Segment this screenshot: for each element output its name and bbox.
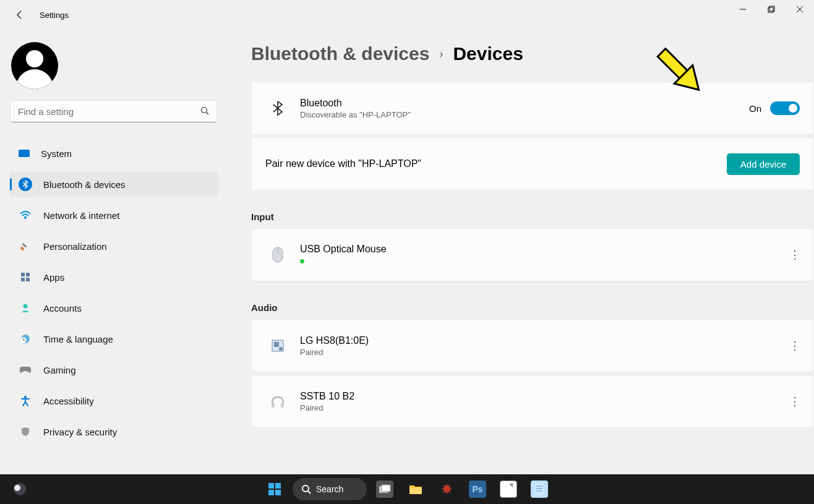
- close-button[interactable]: [786, 0, 814, 19]
- svg-rect-9: [22, 243, 27, 248]
- bluetooth-card: Bluetooth Discoverable as "HP-LAPTOP" On: [251, 82, 814, 135]
- personalization-icon: [19, 239, 32, 253]
- nav-apps[interactable]: Apps: [10, 265, 219, 289]
- bluetooth-icon: [265, 100, 290, 116]
- bluetooth-subtitle: Discoverable as "HP-LAPTOP": [300, 110, 749, 119]
- system-icon: [19, 150, 30, 157]
- app-title: Settings: [40, 11, 69, 20]
- device-status: Paired: [300, 403, 789, 412]
- gaming-icon: [19, 363, 32, 377]
- maximize-button[interactable]: [757, 0, 786, 19]
- search-icon: [200, 106, 209, 117]
- svg-line-6: [207, 112, 209, 114]
- minimize-button[interactable]: [729, 0, 757, 19]
- svg-rect-8: [20, 246, 24, 250]
- taskbar-libreoffice[interactable]: [495, 478, 521, 500]
- svg-rect-26: [281, 403, 284, 408]
- chevron-right-icon: ›: [439, 48, 443, 61]
- nav-system[interactable]: System: [10, 141, 219, 166]
- svg-rect-38: [382, 485, 390, 492]
- taskbar-explorer[interactable]: [403, 478, 429, 500]
- audio-section-label: Audio: [251, 302, 814, 313]
- search-input[interactable]: [18, 106, 200, 117]
- svg-point-24: [279, 347, 283, 351]
- nav-gaming[interactable]: Gaming: [10, 357, 219, 382]
- sidebar: System Bluetooth & devices Network & int…: [0, 30, 229, 474]
- device-name: USB Optical Mouse: [300, 244, 789, 255]
- taskbar-notepad[interactable]: [526, 478, 552, 500]
- nav-label: Bluetooth & devices: [43, 179, 126, 190]
- add-device-button[interactable]: Add device: [727, 153, 800, 175]
- headphones-icon: [265, 393, 290, 409]
- svg-rect-12: [21, 278, 25, 281]
- audio-device-icon: [265, 338, 290, 353]
- nav-label: Accounts: [43, 303, 82, 314]
- nav-personalization[interactable]: Personalization: [10, 234, 219, 258]
- svg-point-5: [202, 107, 207, 113]
- bluetooth-icon: [19, 177, 32, 191]
- pair-text: Pair new device with "HP-LAPTOP": [265, 158, 727, 169]
- user-avatar[interactable]: [11, 42, 58, 89]
- nav-label: Personalization: [43, 241, 107, 252]
- nav-label: System: [41, 148, 72, 159]
- taskbar-taskview[interactable]: [372, 478, 398, 500]
- device-row-lg[interactable]: LG HS8(B1:0E) Paired ⋮: [251, 319, 814, 372]
- device-row-sstb[interactable]: SSTB 10 B2 Paired ⋮: [251, 375, 814, 428]
- svg-rect-33: [268, 490, 274, 495]
- breadcrumb: Bluetooth & devices › Devices: [251, 43, 814, 64]
- svg-rect-2: [769, 6, 774, 11]
- svg-rect-39: [409, 488, 422, 494]
- nav-label: Apps: [43, 272, 64, 283]
- back-button[interactable]: [11, 6, 28, 23]
- taskbar-search[interactable]: Search: [293, 478, 367, 500]
- nav-accessibility[interactable]: Accessibility: [10, 388, 219, 413]
- network-icon: [19, 208, 32, 222]
- device-name: LG HS8(B1:0E): [300, 335, 789, 346]
- svg-rect-34: [275, 490, 281, 495]
- svg-point-30: [14, 485, 20, 491]
- accessibility-icon: [19, 394, 32, 408]
- nav-label: Time & language: [43, 334, 113, 344]
- svg-rect-31: [268, 483, 274, 489]
- search-box[interactable]: [10, 100, 217, 122]
- accounts-icon: [19, 301, 32, 315]
- title-bar: Settings: [0, 0, 814, 30]
- bluetooth-toggle[interactable]: [770, 101, 800, 115]
- window-controls: [729, 0, 814, 19]
- svg-rect-1: [768, 7, 773, 12]
- device-status: Paired: [300, 348, 789, 357]
- device-row-mouse[interactable]: USB Optical Mouse ⋮: [251, 228, 814, 281]
- start-button[interactable]: [262, 478, 288, 500]
- input-section-label: Input: [251, 211, 814, 222]
- nav-label: Accessibility: [43, 396, 94, 406]
- annotation-arrow-icon: [648, 45, 729, 109]
- search-icon: [301, 484, 311, 494]
- more-options-button[interactable]: ⋮: [789, 395, 800, 408]
- svg-rect-10: [21, 273, 25, 276]
- nav-label: Network & internet: [43, 210, 119, 221]
- nav-network[interactable]: Network & internet: [10, 203, 219, 228]
- mouse-icon: [265, 246, 290, 264]
- nav-time[interactable]: Time & language: [10, 327, 219, 351]
- svg-rect-11: [26, 273, 30, 276]
- more-options-button[interactable]: ⋮: [789, 339, 800, 352]
- device-name: SSTB 10 B2: [300, 391, 789, 402]
- taskbar-photoshop[interactable]: Ps: [465, 478, 491, 500]
- breadcrumb-parent[interactable]: Bluetooth & devices: [251, 43, 429, 64]
- svg-point-7: [25, 218, 27, 220]
- svg-rect-32: [275, 483, 281, 489]
- more-options-button[interactable]: ⋮: [789, 248, 800, 262]
- privacy-icon: [19, 425, 32, 438]
- svg-rect-13: [26, 278, 30, 281]
- taskbar-search-label: Search: [316, 484, 343, 494]
- svg-line-36: [308, 491, 311, 493]
- svg-point-35: [302, 485, 309, 492]
- taskbar: Search ✸ Ps: [0, 474, 814, 504]
- pair-device-card: Pair new device with "HP-LAPTOP" Add dev…: [251, 137, 814, 190]
- taskbar-app-red[interactable]: ✸: [434, 478, 460, 500]
- taskbar-weather-icon[interactable]: [11, 481, 28, 498]
- nav-privacy[interactable]: Privacy & security: [10, 419, 219, 444]
- nav-bluetooth[interactable]: Bluetooth & devices: [10, 172, 219, 197]
- nav-accounts[interactable]: Accounts: [10, 296, 219, 320]
- time-icon: [19, 332, 32, 346]
